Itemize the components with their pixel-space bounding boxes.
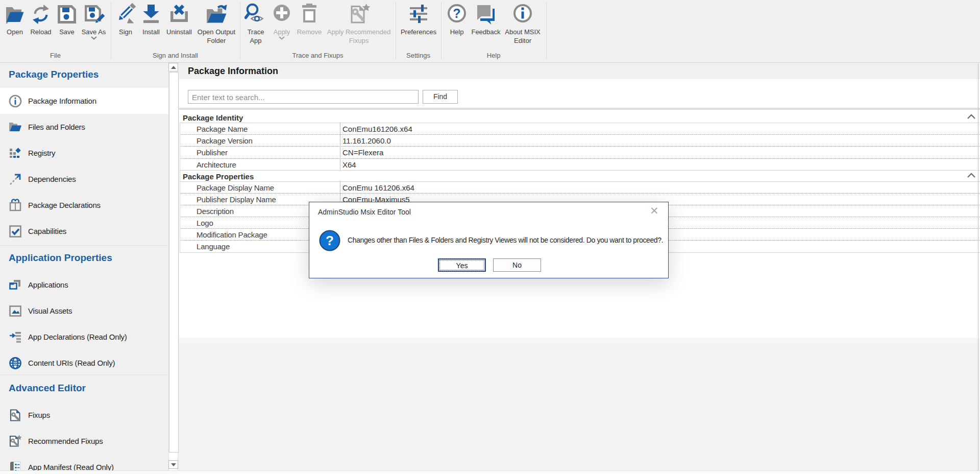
svg-text:?: ? [453,6,460,20]
svg-text:?: ? [326,233,334,248]
